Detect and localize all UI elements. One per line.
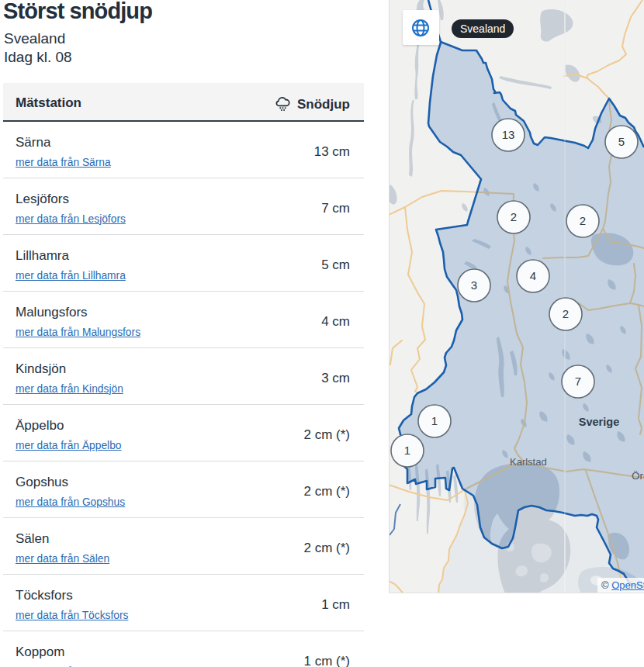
svg-text:1: 1 xyxy=(431,414,438,427)
svg-text:Öre: Öre xyxy=(632,470,644,482)
svg-text:Sverige: Sverige xyxy=(579,416,619,428)
svg-text:3: 3 xyxy=(471,278,477,292)
svg-text:4: 4 xyxy=(530,269,536,282)
svg-text:13: 13 xyxy=(502,128,515,141)
svg-text:7: 7 xyxy=(575,375,581,388)
svg-text:5: 5 xyxy=(618,135,625,148)
svg-text:2: 2 xyxy=(563,307,569,320)
svg-text:Karlstad: Karlstad xyxy=(510,456,547,468)
svg-text:1: 1 xyxy=(404,444,410,457)
svg-text:2: 2 xyxy=(580,214,586,227)
svg-text:2: 2 xyxy=(511,210,517,223)
